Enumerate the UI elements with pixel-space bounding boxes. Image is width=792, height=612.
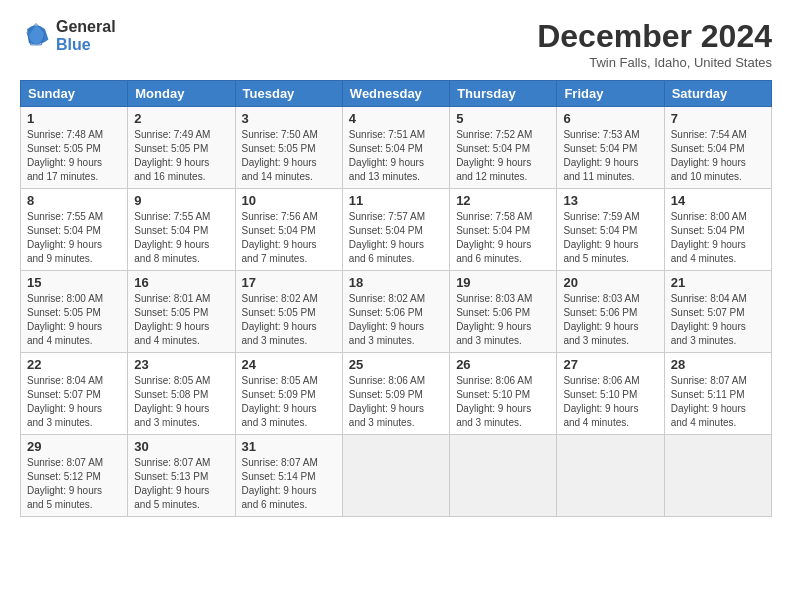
calendar-day-17: 17Sunrise: 8:02 AMSunset: 5:05 PMDayligh… — [235, 271, 342, 353]
day-number: 26 — [456, 357, 550, 372]
day-number: 4 — [349, 111, 443, 126]
day-info: Sunrise: 7:56 AMSunset: 5:04 PMDaylight:… — [242, 210, 336, 266]
day-info: Sunrise: 8:04 AMSunset: 5:07 PMDaylight:… — [671, 292, 765, 348]
calendar-day-7: 7Sunrise: 7:54 AMSunset: 5:04 PMDaylight… — [664, 107, 771, 189]
day-info: Sunrise: 7:48 AMSunset: 5:05 PMDaylight:… — [27, 128, 121, 184]
page: General Blue December 2024 Twin Falls, I… — [0, 0, 792, 612]
day-info: Sunrise: 8:07 AMSunset: 5:14 PMDaylight:… — [242, 456, 336, 512]
calendar-table: SundayMondayTuesdayWednesdayThursdayFrid… — [20, 80, 772, 517]
calendar-day-5: 5Sunrise: 7:52 AMSunset: 5:04 PMDaylight… — [450, 107, 557, 189]
calendar-day-16: 16Sunrise: 8:01 AMSunset: 5:05 PMDayligh… — [128, 271, 235, 353]
calendar-day-25: 25Sunrise: 8:06 AMSunset: 5:09 PMDayligh… — [342, 353, 449, 435]
day-number: 16 — [134, 275, 228, 290]
weekday-header-sunday: Sunday — [21, 81, 128, 107]
weekday-header-wednesday: Wednesday — [342, 81, 449, 107]
logo: General Blue — [20, 18, 116, 53]
calendar-day-21: 21Sunrise: 8:04 AMSunset: 5:07 PMDayligh… — [664, 271, 771, 353]
day-number: 1 — [27, 111, 121, 126]
day-info: Sunrise: 7:51 AMSunset: 5:04 PMDaylight:… — [349, 128, 443, 184]
day-info: Sunrise: 7:52 AMSunset: 5:04 PMDaylight:… — [456, 128, 550, 184]
weekday-header-saturday: Saturday — [664, 81, 771, 107]
empty-cell — [664, 435, 771, 517]
logo-text: General Blue — [56, 18, 116, 53]
calendar-day-13: 13Sunrise: 7:59 AMSunset: 5:04 PMDayligh… — [557, 189, 664, 271]
calendar-day-6: 6Sunrise: 7:53 AMSunset: 5:04 PMDaylight… — [557, 107, 664, 189]
weekday-header-thursday: Thursday — [450, 81, 557, 107]
calendar-week-1: 1Sunrise: 7:48 AMSunset: 5:05 PMDaylight… — [21, 107, 772, 189]
day-info: Sunrise: 7:54 AMSunset: 5:04 PMDaylight:… — [671, 128, 765, 184]
day-number: 17 — [242, 275, 336, 290]
calendar-day-1: 1Sunrise: 7:48 AMSunset: 5:05 PMDaylight… — [21, 107, 128, 189]
day-number: 22 — [27, 357, 121, 372]
day-info: Sunrise: 8:06 AMSunset: 5:10 PMDaylight:… — [456, 374, 550, 430]
day-info: Sunrise: 8:03 AMSunset: 5:06 PMDaylight:… — [456, 292, 550, 348]
day-number: 21 — [671, 275, 765, 290]
day-number: 14 — [671, 193, 765, 208]
day-info: Sunrise: 8:02 AMSunset: 5:06 PMDaylight:… — [349, 292, 443, 348]
day-number: 15 — [27, 275, 121, 290]
calendar-day-19: 19Sunrise: 8:03 AMSunset: 5:06 PMDayligh… — [450, 271, 557, 353]
calendar-day-9: 9Sunrise: 7:55 AMSunset: 5:04 PMDaylight… — [128, 189, 235, 271]
weekday-header-row: SundayMondayTuesdayWednesdayThursdayFrid… — [21, 81, 772, 107]
calendar-day-30: 30Sunrise: 8:07 AMSunset: 5:13 PMDayligh… — [128, 435, 235, 517]
calendar-week-5: 29Sunrise: 8:07 AMSunset: 5:12 PMDayligh… — [21, 435, 772, 517]
day-number: 30 — [134, 439, 228, 454]
day-number: 31 — [242, 439, 336, 454]
weekday-header-monday: Monday — [128, 81, 235, 107]
calendar-day-27: 27Sunrise: 8:06 AMSunset: 5:10 PMDayligh… — [557, 353, 664, 435]
day-info: Sunrise: 7:58 AMSunset: 5:04 PMDaylight:… — [456, 210, 550, 266]
weekday-header-friday: Friday — [557, 81, 664, 107]
day-number: 3 — [242, 111, 336, 126]
day-number: 5 — [456, 111, 550, 126]
day-number: 6 — [563, 111, 657, 126]
day-number: 28 — [671, 357, 765, 372]
day-number: 13 — [563, 193, 657, 208]
day-number: 24 — [242, 357, 336, 372]
weekday-header-tuesday: Tuesday — [235, 81, 342, 107]
header: General Blue December 2024 Twin Falls, I… — [20, 18, 772, 70]
logo-blue-text: Blue — [56, 36, 116, 54]
day-info: Sunrise: 8:06 AMSunset: 5:10 PMDaylight:… — [563, 374, 657, 430]
calendar-day-14: 14Sunrise: 8:00 AMSunset: 5:04 PMDayligh… — [664, 189, 771, 271]
day-number: 10 — [242, 193, 336, 208]
title-block: December 2024 Twin Falls, Idaho, United … — [537, 18, 772, 70]
day-info: Sunrise: 8:03 AMSunset: 5:06 PMDaylight:… — [563, 292, 657, 348]
calendar-day-2: 2Sunrise: 7:49 AMSunset: 5:05 PMDaylight… — [128, 107, 235, 189]
day-number: 11 — [349, 193, 443, 208]
day-number: 25 — [349, 357, 443, 372]
calendar-day-24: 24Sunrise: 8:05 AMSunset: 5:09 PMDayligh… — [235, 353, 342, 435]
calendar-day-15: 15Sunrise: 8:00 AMSunset: 5:05 PMDayligh… — [21, 271, 128, 353]
day-info: Sunrise: 8:00 AMSunset: 5:04 PMDaylight:… — [671, 210, 765, 266]
day-number: 23 — [134, 357, 228, 372]
day-info: Sunrise: 8:04 AMSunset: 5:07 PMDaylight:… — [27, 374, 121, 430]
day-number: 19 — [456, 275, 550, 290]
day-info: Sunrise: 8:02 AMSunset: 5:05 PMDaylight:… — [242, 292, 336, 348]
calendar-day-18: 18Sunrise: 8:02 AMSunset: 5:06 PMDayligh… — [342, 271, 449, 353]
empty-cell — [557, 435, 664, 517]
calendar-day-10: 10Sunrise: 7:56 AMSunset: 5:04 PMDayligh… — [235, 189, 342, 271]
day-info: Sunrise: 7:55 AMSunset: 5:04 PMDaylight:… — [27, 210, 121, 266]
day-number: 7 — [671, 111, 765, 126]
day-info: Sunrise: 7:55 AMSunset: 5:04 PMDaylight:… — [134, 210, 228, 266]
day-number: 12 — [456, 193, 550, 208]
calendar-day-4: 4Sunrise: 7:51 AMSunset: 5:04 PMDaylight… — [342, 107, 449, 189]
month-title: December 2024 — [537, 18, 772, 55]
calendar-day-28: 28Sunrise: 8:07 AMSunset: 5:11 PMDayligh… — [664, 353, 771, 435]
calendar-day-29: 29Sunrise: 8:07 AMSunset: 5:12 PMDayligh… — [21, 435, 128, 517]
day-number: 9 — [134, 193, 228, 208]
day-info: Sunrise: 8:00 AMSunset: 5:05 PMDaylight:… — [27, 292, 121, 348]
day-info: Sunrise: 7:49 AMSunset: 5:05 PMDaylight:… — [134, 128, 228, 184]
logo-general-text: General — [56, 18, 116, 36]
day-info: Sunrise: 8:06 AMSunset: 5:09 PMDaylight:… — [349, 374, 443, 430]
day-info: Sunrise: 8:07 AMSunset: 5:11 PMDaylight:… — [671, 374, 765, 430]
calendar-day-11: 11Sunrise: 7:57 AMSunset: 5:04 PMDayligh… — [342, 189, 449, 271]
calendar-day-8: 8Sunrise: 7:55 AMSunset: 5:04 PMDaylight… — [21, 189, 128, 271]
calendar-day-31: 31Sunrise: 8:07 AMSunset: 5:14 PMDayligh… — [235, 435, 342, 517]
calendar-day-12: 12Sunrise: 7:58 AMSunset: 5:04 PMDayligh… — [450, 189, 557, 271]
calendar-day-26: 26Sunrise: 8:06 AMSunset: 5:10 PMDayligh… — [450, 353, 557, 435]
calendar-day-20: 20Sunrise: 8:03 AMSunset: 5:06 PMDayligh… — [557, 271, 664, 353]
day-number: 29 — [27, 439, 121, 454]
calendar-day-23: 23Sunrise: 8:05 AMSunset: 5:08 PMDayligh… — [128, 353, 235, 435]
day-info: Sunrise: 7:53 AMSunset: 5:04 PMDaylight:… — [563, 128, 657, 184]
day-number: 8 — [27, 193, 121, 208]
